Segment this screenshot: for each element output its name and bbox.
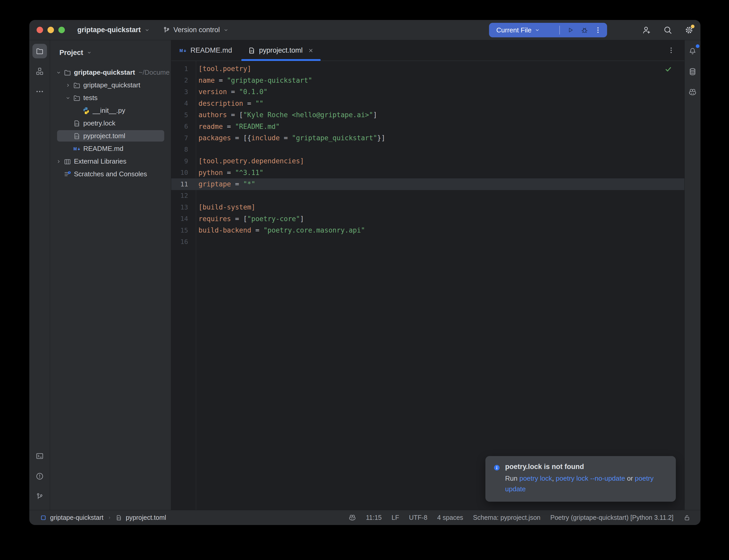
structure-tool-button[interactable] (33, 65, 46, 78)
token-str: "griptape-quickstart" (227, 76, 312, 84)
line-number[interactable]: 10 (171, 169, 196, 176)
more-actions-icon[interactable] (594, 26, 602, 34)
line-number[interactable]: 6 (171, 123, 196, 130)
notification-body: Run poetry lock, poetry lock --no-update… (505, 473, 668, 494)
code-editor[interactable]: 1[tool.poetry]2name = "griptape-quicksta… (171, 61, 684, 510)
json-schema[interactable]: Schema: pyproject.json (473, 514, 540, 521)
line-number[interactable]: 8 (171, 146, 196, 153)
code-line-9[interactable]: 9[tool.poetry.dependencies] (171, 155, 684, 167)
code-line-3[interactable]: 3version = "0.1.0" (171, 86, 684, 98)
line-number[interactable]: 2 (171, 76, 196, 84)
code-line-2[interactable]: 2name = "griptape-quickstart" (171, 75, 684, 86)
run-widget[interactable]: Current File (489, 23, 607, 37)
code-line-10[interactable]: 10python = "^3.11" (171, 167, 684, 179)
notification-link-poetry-lock[interactable]: poetry lock (519, 474, 552, 482)
terminal-tool-button[interactable] (33, 450, 46, 462)
update-badge (691, 25, 695, 28)
settings-button[interactable] (684, 25, 694, 35)
tree-item-pyproject-toml[interactable]: [T]pyproject.toml (50, 130, 171, 142)
line-number[interactable]: 11 (171, 180, 196, 188)
tree-item-readme-md[interactable]: MREADME.md (50, 142, 171, 155)
chevron-slot (54, 157, 63, 166)
line-number[interactable]: 7 (171, 134, 196, 142)
ai-assistant-button[interactable] (686, 86, 699, 98)
breadcrumb-file[interactable]: pyproject.toml (126, 514, 166, 521)
line-number[interactable]: 16 (171, 238, 196, 246)
indent-style[interactable]: 4 spaces (437, 514, 463, 521)
problems-tool-button[interactable] (33, 470, 46, 482)
notification-text: or (625, 474, 635, 482)
code-line-11[interactable]: 11griptape = "*" (171, 178, 684, 190)
code-line-8[interactable]: 8 (171, 144, 684, 156)
code-line-16[interactable]: 16 (171, 236, 684, 248)
search-button[interactable] (663, 25, 672, 35)
tree-item-external-libraries[interactable]: External Libraries (50, 155, 171, 168)
code-line-6[interactable]: 6readme = "README.md" (171, 121, 684, 132)
debug-icon[interactable] (580, 26, 589, 34)
version-control-tool-button[interactable] (33, 490, 46, 503)
line-number[interactable]: 13 (171, 204, 196, 211)
line-number[interactable]: 9 (171, 157, 196, 165)
notification-link-poetry-lock-no-update[interactable]: poetry lock --no-update (556, 474, 625, 482)
code-line-1[interactable]: 1[tool.poetry] (171, 63, 684, 75)
vcs-widget[interactable]: Version control (163, 26, 229, 34)
ide-window: griptape-quickstart Version control Curr… (29, 20, 700, 525)
window-minimize-button[interactable] (47, 27, 54, 33)
file-encoding[interactable]: UTF-8 (409, 514, 427, 521)
project-panel-header[interactable]: Project (50, 40, 171, 65)
tree-item-tests[interactable]: tests (50, 92, 171, 104)
code-line-4[interactable]: 4description = "" (171, 98, 684, 109)
run-config-label[interactable]: Current File (496, 26, 532, 34)
line-number[interactable]: 5 (171, 111, 196, 119)
line-number[interactable]: 3 (171, 88, 196, 96)
run-icon[interactable] (566, 26, 575, 34)
tab-pyproject-toml[interactable]: [T]pyproject.toml (240, 40, 322, 61)
tree-item-scratches-and-consoles[interactable]: Scratches and Consoles (50, 168, 171, 180)
line-number[interactable]: 15 (171, 227, 196, 234)
line-number[interactable]: 12 (171, 192, 196, 199)
tab-readme-md[interactable]: MREADME.md (171, 40, 240, 61)
code-text: [tool.poetry] (196, 65, 251, 73)
project-tool-button[interactable] (32, 44, 47, 58)
status-bar-widgets: 11:15LFUTF-84 spacesSchema: pyproject.js… (348, 514, 691, 522)
notifications-button[interactable] (686, 45, 699, 57)
add-user-button[interactable] (642, 25, 651, 35)
tree-item-griptape-quickstart[interactable]: griptape_quickstart (50, 79, 171, 92)
code-line-12[interactable]: 12 (171, 190, 684, 202)
database-button[interactable] (686, 65, 699, 78)
python-interpreter[interactable]: Poetry (griptape-quickstart) [Python 3.1… (550, 514, 674, 521)
tree-item-init-py[interactable]: __init__.py (50, 104, 171, 117)
breadcrumb-project[interactable]: griptape-quickstart (50, 514, 103, 521)
editor-tabbar: MREADME.md[T]pyproject.toml (171, 40, 684, 61)
code-line-7[interactable]: 7packages = [{include = "griptape_quicks… (171, 132, 684, 144)
line-number[interactable]: 14 (171, 215, 196, 222)
line-number[interactable]: 1 (171, 65, 196, 73)
window-close-button[interactable] (37, 27, 43, 33)
code-line-14[interactable]: 14requires = ["poetry-core"] (171, 213, 684, 225)
code-line-13[interactable]: 13[build-system] (171, 201, 684, 213)
unlock-icon[interactable] (683, 514, 691, 521)
code-text: python = "^3.11" (196, 169, 263, 177)
scratches-icon (64, 170, 71, 178)
chevron-down-icon (86, 50, 92, 55)
tree-item-poetry-lock[interactable]: [T]poetry.lock (50, 117, 171, 130)
toml-file-icon: [T] (115, 514, 122, 521)
tree-item-griptape-quickstart[interactable]: griptape-quickstart~/Docume (50, 66, 171, 79)
close-icon[interactable] (307, 47, 314, 54)
ai-assistant-status-icon[interactable] (348, 514, 356, 522)
project-selector[interactable]: griptape-quickstart (77, 26, 150, 34)
tree-item-label: poetry.lock (83, 119, 115, 127)
tab-options-icon[interactable] (667, 46, 675, 54)
token-key: description (198, 100, 243, 107)
code-line-15[interactable]: 15build-backend = "poetry.core.masonry.a… (171, 225, 684, 236)
caret-position[interactable]: 11:15 (366, 514, 382, 521)
window-zoom-button[interactable] (58, 27, 65, 33)
status-items: 11:15LFUTF-84 spacesSchema: pyproject.js… (366, 514, 674, 521)
line-separator[interactable]: LF (392, 514, 399, 521)
more-tool-windows-tool-button[interactable] (33, 85, 46, 98)
code-line-5[interactable]: 5authors = ["Kyle Roche <hello@griptape.… (171, 109, 684, 121)
token-str: "0.1.0" (239, 88, 268, 96)
line-number[interactable]: 4 (171, 100, 196, 107)
terminal-icon (36, 452, 44, 460)
chevron-slot (64, 119, 72, 128)
